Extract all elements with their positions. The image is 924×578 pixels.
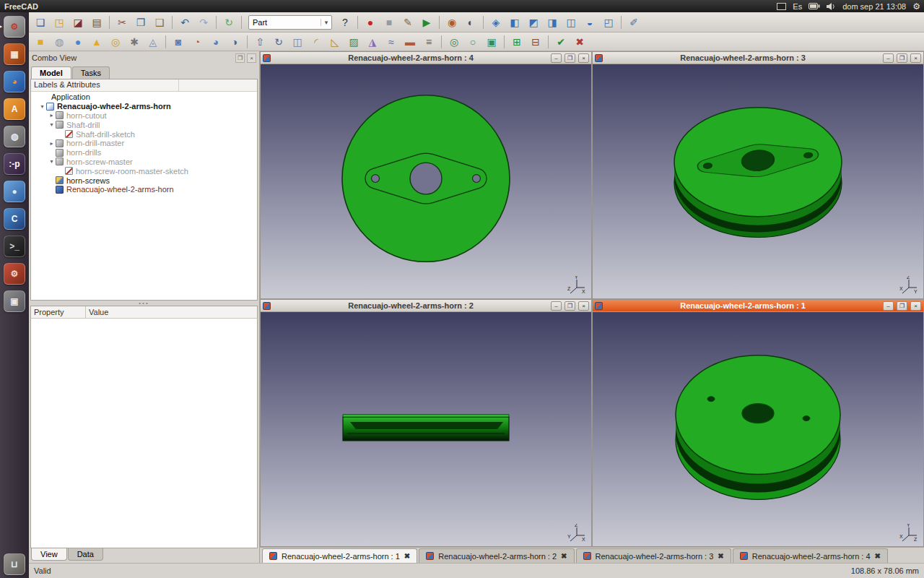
launcher-item-freecad[interactable]: ▸ ⚙ bbox=[4, 16, 25, 38]
close-button[interactable]: × bbox=[910, 301, 921, 311]
boolean-cut-icon[interactable]: ◔ bbox=[188, 34, 206, 50]
chamfer-icon[interactable]: ◺ bbox=[326, 34, 344, 50]
tree-item[interactable]: ▾ Renacuajo-wheel-2-arms-horn bbox=[31, 102, 257, 111]
document-tab[interactable]: Renacuajo-wheel-2-arms-horn : 2 ✖ bbox=[419, 548, 574, 563]
document-tab[interactable]: Renacuajo-wheel-2-arms-horn : 3 ✖ bbox=[576, 548, 731, 563]
print-icon[interactable]: ▤ bbox=[88, 14, 105, 30]
tree-expander[interactable]: ▸ bbox=[48, 140, 56, 147]
redo-icon[interactable]: ↷ bbox=[195, 14, 212, 30]
keyboard-indicator[interactable]: Es bbox=[793, 2, 802, 11]
workbench-selector[interactable]: Part ▾ bbox=[248, 15, 332, 30]
make-compound-icon[interactable]: ⊞ bbox=[508, 34, 526, 50]
view-right-icon[interactable]: ◨ bbox=[544, 14, 561, 30]
view-left-icon[interactable]: ◰ bbox=[600, 14, 617, 30]
view-top-icon[interactable]: ◩ bbox=[525, 14, 542, 30]
tree-expander[interactable]: ▾ bbox=[38, 103, 46, 110]
document-tab[interactable]: Renacuajo-wheel-2-arms-horn : 4 ✖ bbox=[733, 548, 888, 563]
create-primitives-icon[interactable]: ✱ bbox=[126, 34, 143, 50]
macro-stop-icon[interactable]: ■ bbox=[380, 14, 398, 30]
tree-item[interactable]: Shaft-drill-sketch bbox=[31, 129, 257, 139]
mdi-window-3-titlebar[interactable]: Renacuajo-wheel-2-arms-horn : 3 – ❐ × bbox=[593, 52, 923, 64]
close-button[interactable]: × bbox=[910, 53, 921, 63]
explode-compound-icon[interactable]: ⊟ bbox=[527, 34, 544, 50]
tree-expander[interactable]: ▾ bbox=[48, 121, 56, 128]
open-document-icon[interactable]: ◳ bbox=[51, 14, 68, 30]
launcher-item-browser[interactable]: ● bbox=[4, 181, 25, 202]
draw-style-icon[interactable]: ◐ bbox=[462, 14, 479, 30]
launcher-item-firefox[interactable]: ◕ bbox=[4, 71, 25, 92]
minimize-button[interactable]: – bbox=[551, 53, 562, 63]
property-view-tab[interactable]: Data bbox=[68, 548, 103, 561]
view-isometric-icon[interactable]: ◈ bbox=[487, 14, 505, 30]
tray-window-icon[interactable] bbox=[777, 3, 786, 10]
primitive-box-icon[interactable]: ■ bbox=[32, 34, 49, 50]
check-geometry-icon[interactable]: ✔ bbox=[552, 34, 570, 50]
property-view-tab[interactable]: View bbox=[31, 548, 67, 561]
tab-close-icon[interactable]: ✖ bbox=[718, 552, 723, 560]
separator[interactable] bbox=[109, 16, 110, 29]
maximize-button[interactable]: ❐ bbox=[897, 301, 907, 311]
launcher-item-terminal[interactable]: >_ bbox=[4, 236, 25, 257]
save-document-icon[interactable]: ◪ bbox=[69, 14, 87, 30]
new-document-icon[interactable]: ❏ bbox=[32, 14, 49, 30]
shape-builder-icon[interactable]: ◬ bbox=[144, 34, 162, 50]
offset-2d-icon[interactable]: ○ bbox=[464, 34, 481, 50]
property-table[interactable] bbox=[30, 319, 258, 548]
maximize-button[interactable]: ❐ bbox=[897, 53, 907, 63]
primitive-sphere-icon[interactable]: ● bbox=[69, 34, 87, 50]
revolve-icon[interactable]: ↻ bbox=[270, 34, 287, 50]
refresh-icon[interactable]: ↻ bbox=[220, 14, 237, 30]
tree-item[interactable]: Application bbox=[31, 92, 257, 102]
dock-close-icon[interactable]: × bbox=[247, 53, 256, 63]
loft-icon[interactable]: ◮ bbox=[364, 34, 381, 50]
primitive-torus-icon[interactable]: ◎ bbox=[107, 34, 124, 50]
sweep-icon[interactable]: ≈ bbox=[383, 34, 400, 50]
session-menu-icon[interactable]: ⚙ bbox=[912, 1, 920, 12]
separator[interactable] bbox=[357, 16, 358, 29]
launcher-item-trash[interactable]: ⊔ bbox=[4, 553, 25, 575]
view-rear-icon[interactable]: ◫ bbox=[562, 14, 580, 30]
ruled-surface-icon[interactable]: ▨ bbox=[345, 34, 362, 50]
section-icon[interactable]: ▬ bbox=[401, 34, 419, 50]
combo-view-tab[interactable]: Tasks bbox=[72, 66, 110, 79]
measure-distance-icon[interactable]: ✐ bbox=[625, 14, 642, 30]
minimize-button[interactable]: – bbox=[883, 301, 894, 311]
combo-view-tab[interactable]: Model bbox=[31, 66, 71, 79]
separator[interactable] bbox=[172, 16, 173, 29]
whats-this-icon[interactable]: ? bbox=[336, 14, 354, 30]
offset-3d-icon[interactable]: ◎ bbox=[445, 34, 463, 50]
extrude-icon[interactable]: ⇧ bbox=[251, 34, 269, 50]
document-tab[interactable]: Renacuajo-wheel-2-arms-horn : 1 ✖ bbox=[262, 548, 417, 563]
tree-item[interactable]: horn-screws bbox=[31, 176, 257, 185]
battery-icon[interactable] bbox=[808, 3, 820, 9]
separator[interactable] bbox=[241, 16, 242, 29]
undo-icon[interactable]: ↶ bbox=[176, 14, 193, 30]
tree-item[interactable]: ▾ horn-screw-master bbox=[31, 158, 257, 167]
boolean-common-icon[interactable]: ◑ bbox=[226, 34, 243, 50]
launcher-item-pinta[interactable]: :-p bbox=[4, 153, 25, 175]
3d-viewport[interactable]: Z X Y bbox=[261, 312, 591, 546]
view-bottom-icon[interactable]: ◒ bbox=[581, 14, 598, 30]
close-button[interactable]: × bbox=[578, 53, 589, 63]
tab-close-icon[interactable]: ✖ bbox=[404, 552, 410, 560]
tree-item[interactable]: horn-screw-room-master-sketch bbox=[31, 166, 257, 176]
separator[interactable] bbox=[165, 35, 166, 48]
separator[interactable] bbox=[439, 16, 440, 29]
thickness-icon[interactable]: ▣ bbox=[483, 34, 500, 50]
splitter-handle[interactable]: ••• bbox=[29, 301, 259, 306]
3d-viewport[interactable]: Y Z X bbox=[593, 312, 923, 546]
mdi-window-2-titlebar[interactable]: Renacuajo-wheel-2-arms-horn : 2 – ❐ × bbox=[261, 300, 591, 312]
separator[interactable] bbox=[216, 16, 217, 29]
boolean-operation-icon[interactable]: ◙ bbox=[170, 34, 187, 50]
copy-icon[interactable]: ❐ bbox=[132, 14, 149, 30]
clock[interactable]: dom sep 21 13:08 bbox=[842, 2, 906, 11]
separator[interactable] bbox=[441, 35, 442, 48]
tab-close-icon[interactable]: ✖ bbox=[561, 552, 567, 560]
cross-sections-icon[interactable]: ≡ bbox=[420, 34, 437, 50]
fit-all-icon[interactable]: ◉ bbox=[443, 14, 461, 30]
defeaturing-icon[interactable]: ✖ bbox=[571, 34, 588, 50]
close-button[interactable]: × bbox=[578, 301, 589, 311]
view-front-icon[interactable]: ◧ bbox=[506, 14, 523, 30]
minimize-button[interactable]: – bbox=[883, 53, 894, 63]
minimize-button[interactable]: – bbox=[551, 301, 562, 311]
